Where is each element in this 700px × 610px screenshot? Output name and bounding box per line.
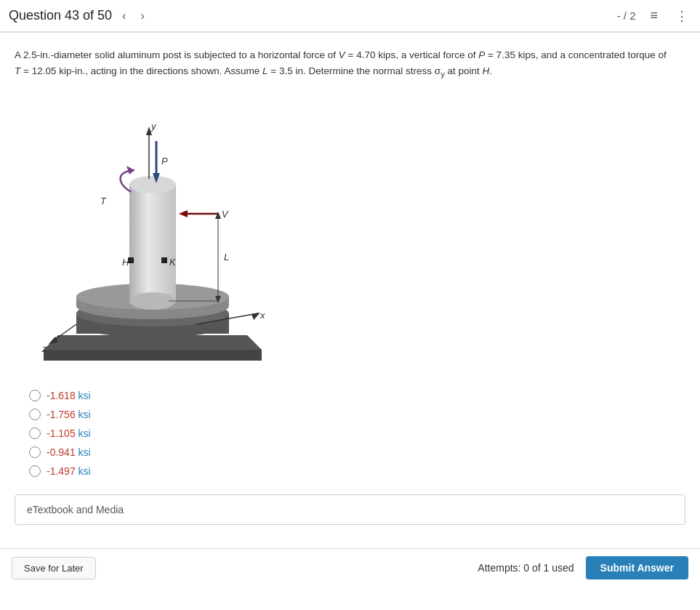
choice-d-text: -0.941 ksi <box>47 446 91 458</box>
next-button[interactable]: › <box>136 8 148 24</box>
radio-d[interactable] <box>29 446 41 458</box>
score-display: - / 2 <box>617 9 636 22</box>
submit-answer-button[interactable]: Submit Answer <box>586 556 688 579</box>
svg-marker-35 <box>252 313 260 320</box>
svg-text:L: L <box>224 252 229 262</box>
choice-c-value: -1.105 <box>47 428 76 439</box>
footer: Save for Later Attempts: 0 of 1 used Sub… <box>0 548 700 587</box>
svg-marker-23 <box>126 166 134 174</box>
choice-b[interactable]: -1.756 ksi <box>29 409 685 420</box>
svg-rect-15 <box>161 257 167 263</box>
more-icon-button[interactable]: ⋮ <box>672 7 691 25</box>
figure-diagram: H K y P T V <box>36 92 298 368</box>
choice-c[interactable]: -1.105 ksi <box>29 428 685 439</box>
choice-e-value: -1.497 <box>47 465 76 477</box>
choice-e-text: -1.497 ksi <box>47 465 91 477</box>
main-content: A 2.5-in.-diameter solid aluminum post i… <box>0 36 700 548</box>
problem-text: A 2.5-in.-diameter solid aluminum post i… <box>15 47 669 80</box>
radio-e[interactable] <box>29 465 41 477</box>
svg-text:z: z <box>41 343 47 354</box>
etextbook-section[interactable]: eTextbook and Media <box>15 494 685 525</box>
svg-marker-6 <box>44 335 262 350</box>
choice-b-text: -1.756 ksi <box>47 409 91 420</box>
radio-b[interactable] <box>29 409 41 420</box>
radio-a[interactable] <box>29 390 41 401</box>
choice-a-text: -1.618 ksi <box>47 390 91 401</box>
header-right: - / 2 ≡ ⋮ <box>617 7 691 25</box>
header-separator <box>0 32 700 33</box>
figure-area: H K y P T V <box>15 92 685 368</box>
radio-c[interactable] <box>29 428 41 439</box>
choice-e[interactable]: -1.497 ksi <box>29 465 685 477</box>
list-icon-button[interactable]: ≡ <box>647 7 661 25</box>
svg-point-12 <box>129 176 176 193</box>
attempts-text: Attempts: 0 of 1 used <box>478 562 574 574</box>
choice-c-unit: ksi <box>79 428 91 439</box>
save-later-button[interactable]: Save for Later <box>12 557 96 579</box>
svg-text:x: x <box>260 310 265 321</box>
choice-d-value: -0.941 <box>47 446 76 458</box>
header: Question 43 of 50 ‹ › - / 2 ≡ ⋮ <box>0 0 700 32</box>
question-title: Question 43 of 50 <box>9 8 112 23</box>
header-left: Question 43 of 50 ‹ › <box>9 8 617 24</box>
choice-b-value: -1.756 <box>47 409 76 420</box>
choice-b-unit: ksi <box>79 409 91 420</box>
footer-right: Attempts: 0 of 1 used Submit Answer <box>478 556 688 579</box>
etextbook-label: eTextbook and Media <box>27 504 124 515</box>
choice-a[interactable]: -1.618 ksi <box>29 390 685 401</box>
choice-d[interactable]: -0.941 ksi <box>29 446 685 458</box>
prev-button[interactable]: ‹ <box>118 8 130 24</box>
svg-marker-29 <box>215 212 221 219</box>
choice-c-text: -1.105 ksi <box>47 428 91 439</box>
choice-e-unit: ksi <box>79 465 91 477</box>
answer-choices: -1.618 ksi -1.756 ksi -1.105 ksi -0.941 … <box>29 390 685 477</box>
svg-rect-10 <box>129 185 176 301</box>
choice-d-unit: ksi <box>79 446 91 458</box>
svg-text:K: K <box>169 257 177 268</box>
svg-text:T: T <box>100 196 107 206</box>
svg-marker-7 <box>44 350 262 361</box>
choice-a-unit: ksi <box>79 390 91 401</box>
choice-a-value: -1.618 <box>47 390 76 401</box>
svg-text:H: H <box>122 257 129 268</box>
svg-text:V: V <box>222 209 229 220</box>
svg-text:y: y <box>150 121 157 132</box>
svg-text:P: P <box>161 156 168 166</box>
